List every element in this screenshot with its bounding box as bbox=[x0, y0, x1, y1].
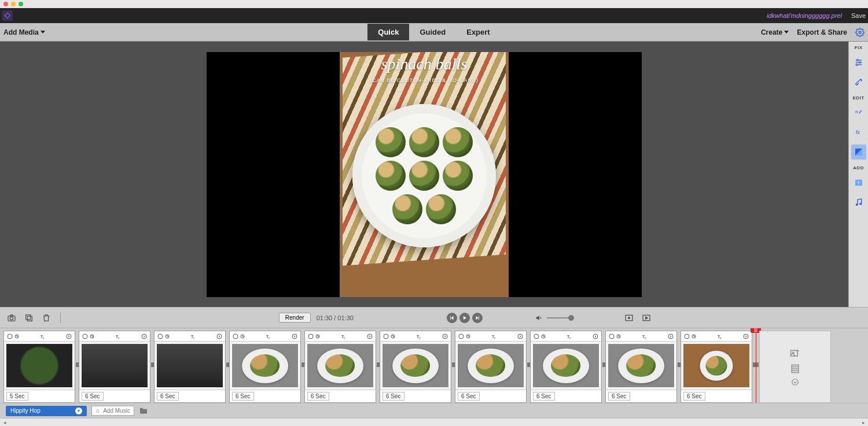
svg-point-69 bbox=[593, 334, 598, 339]
scroll-left-arrow[interactable]: ◂ bbox=[1, 420, 8, 425]
clip-duration: 6 Sec bbox=[683, 392, 705, 401]
prev-frame-button[interactable] bbox=[447, 313, 457, 323]
clip-footer: 6 Sec bbox=[155, 390, 225, 402]
next-frame-button[interactable] bbox=[472, 313, 483, 323]
svg-text:fx: fx bbox=[855, 129, 860, 135]
clip-duration: 6 Sec bbox=[533, 392, 555, 401]
layers-icon[interactable] bbox=[23, 312, 35, 324]
clip-thumbnail[interactable] bbox=[231, 343, 299, 388]
export-share-button[interactable]: Export & Share bbox=[797, 28, 847, 36]
chevron-down-icon[interactable] bbox=[791, 378, 799, 386]
timeline-clip[interactable]: Ty 6 Sec bbox=[154, 331, 226, 403]
trash-icon[interactable] bbox=[41, 312, 52, 324]
play-button[interactable] bbox=[459, 313, 470, 323]
add-media-button[interactable]: Add Media bbox=[3, 28, 45, 36]
tab-expert[interactable]: Expert bbox=[456, 24, 500, 40]
svg-text:y: y bbox=[43, 336, 45, 339]
svg-point-27 bbox=[628, 317, 630, 318]
project-filename: idkwhati'mdoingggggg.prel bbox=[767, 12, 842, 19]
rail-add-header: ADD bbox=[853, 165, 864, 171]
close-window-dot[interactable] bbox=[3, 2, 8, 6]
timeline-clip[interactable]: Ty 6 Sec bbox=[530, 331, 602, 403]
minimize-window-dot[interactable] bbox=[11, 2, 16, 6]
volume-control[interactable] bbox=[535, 314, 571, 322]
tools-wrench-icon[interactable] bbox=[851, 75, 866, 90]
adjust-sliders-icon[interactable] bbox=[851, 55, 866, 70]
timeline-clip[interactable]: Ty 6 Sec bbox=[304, 331, 376, 403]
clip-footer: 6 Sec bbox=[531, 390, 601, 402]
clip-thumbnail[interactable] bbox=[382, 343, 449, 388]
scroll-right-arrow[interactable]: ▸ bbox=[860, 420, 867, 425]
render-button[interactable]: Render bbox=[279, 313, 311, 323]
tab-quick[interactable]: Quick bbox=[367, 24, 409, 40]
clip-thumbnail[interactable] bbox=[81, 343, 148, 388]
svg-point-50 bbox=[308, 334, 313, 339]
mode-tabs: Quick Guided Expert bbox=[367, 24, 500, 40]
clip-thumbnail[interactable] bbox=[683, 343, 750, 388]
titles-text-icon[interactable]: T bbox=[851, 175, 866, 190]
tab-guided[interactable]: Guided bbox=[409, 24, 456, 40]
music-note-icon[interactable] bbox=[851, 195, 866, 210]
svg-point-55 bbox=[384, 334, 388, 339]
timeline-clip[interactable]: Ty 6 Sec bbox=[681, 331, 752, 403]
clip-footer: 6 Sec bbox=[79, 390, 150, 402]
safe-margins-icon[interactable] bbox=[623, 312, 635, 324]
fullscreen-icon[interactable] bbox=[641, 312, 652, 324]
maximize-window-dot[interactable] bbox=[19, 2, 23, 6]
clip-thumbnail[interactable] bbox=[6, 343, 73, 388]
clip-thumbnail[interactable] bbox=[307, 343, 374, 388]
preview-title-text: spinach balls bbox=[340, 55, 509, 73]
svg-text:y: y bbox=[569, 336, 571, 339]
clip-header: Ty bbox=[230, 331, 300, 342]
clip-header: Ty bbox=[79, 331, 150, 342]
clip-duration: 6 Sec bbox=[382, 392, 404, 401]
timeline-clip[interactable]: Ty 6 Sec bbox=[79, 331, 150, 403]
timeline-clip[interactable]: Ty 6 Sec bbox=[229, 331, 301, 403]
timeline-clip[interactable]: Ty 6 Sec bbox=[455, 331, 527, 403]
svg-marker-20 bbox=[451, 316, 453, 320]
svg-marker-29 bbox=[646, 317, 648, 319]
clip-footer: 6 Sec bbox=[681, 390, 752, 402]
fx-icon[interactable]: fx bbox=[851, 125, 866, 140]
svg-text:y: y bbox=[494, 336, 496, 339]
volume-slider[interactable] bbox=[547, 317, 571, 318]
clip-thumbnail[interactable] bbox=[608, 343, 675, 388]
clip-duration: 6 Sec bbox=[307, 392, 329, 401]
transitions-icon[interactable] bbox=[851, 145, 866, 160]
fx-brush-icon[interactable]: fx bbox=[851, 105, 866, 120]
folder-icon[interactable] bbox=[139, 406, 148, 416]
settings-gear-icon[interactable] bbox=[855, 28, 865, 37]
clip-thumbnail[interactable] bbox=[457, 343, 524, 388]
svg-point-45 bbox=[233, 334, 238, 339]
mode-bar: Add Media Quick Guided Expert Create Exp… bbox=[0, 23, 868, 42]
clip-duration: 6 Sec bbox=[157, 392, 179, 401]
horizontal-scrollbar[interactable]: ◂ ▸ bbox=[0, 418, 868, 426]
clip-thumbnail[interactable] bbox=[532, 343, 599, 388]
snapshot-camera-icon[interactable] bbox=[6, 312, 17, 324]
add-clip-dropzone[interactable] bbox=[759, 331, 831, 403]
playhead[interactable] bbox=[756, 328, 756, 403]
svg-point-39 bbox=[142, 334, 146, 339]
sound-selector[interactable]: Hippity Hop ▾ bbox=[6, 406, 87, 416]
clip-footer: 6 Sec bbox=[455, 390, 526, 402]
svg-text:y: y bbox=[720, 336, 722, 339]
app-logo-icon bbox=[2, 10, 13, 21]
timeline-clip[interactable]: Ty 6 Sec bbox=[380, 331, 451, 403]
save-button[interactable]: Save bbox=[851, 12, 866, 19]
video-preview[interactable]: spinach balls (CAN BE GLUTEN-FREE & NO-C… bbox=[207, 52, 642, 297]
clip-footer: 6 Sec bbox=[606, 390, 676, 402]
export-share-label: Export & Share bbox=[797, 28, 847, 36]
clip-duration: 5 Sec bbox=[6, 392, 28, 401]
timeline-clip[interactable]: Ty 5 Sec bbox=[3, 331, 75, 403]
add-image-icon bbox=[789, 348, 801, 360]
app-bar: idkwhati'mdoingggggg.prel Save bbox=[0, 8, 868, 23]
clip-thumbnail[interactable] bbox=[156, 343, 223, 388]
chevron-down-icon bbox=[784, 31, 789, 34]
svg-marker-23 bbox=[476, 316, 479, 320]
timeline[interactable]: Ty 5 Sec Ty 6 Sec Ty 6 Sec Ty 6 Sec Ty 6… bbox=[0, 328, 868, 403]
create-dropdown[interactable]: Create bbox=[761, 28, 789, 36]
timeline-clip[interactable]: Ty 6 Sec bbox=[605, 331, 677, 403]
svg-point-54 bbox=[367, 334, 372, 339]
add-music-button[interactable]: ♫ Add Music bbox=[91, 406, 134, 416]
clip-duration: 6 Sec bbox=[232, 392, 254, 401]
